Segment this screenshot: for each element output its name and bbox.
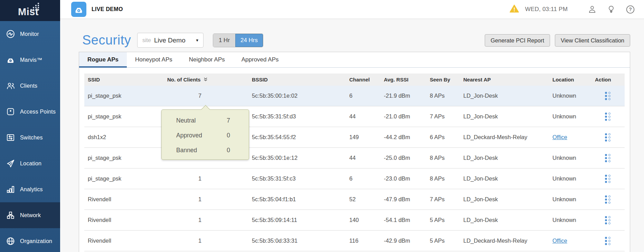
location-cell: Unknown bbox=[552, 217, 595, 223]
access-point-icon bbox=[71, 2, 86, 17]
site-selector[interactable]: site Live Demo ▾ bbox=[137, 33, 203, 48]
nearest-ap-cell: LD_Jon-Desk bbox=[463, 175, 552, 182]
column-header-ssid[interactable]: SSID bbox=[88, 77, 167, 83]
generate-pci-report-button[interactable]: Generate PCI Report bbox=[485, 34, 550, 47]
avg-rssi-cell: -21.0 dBm bbox=[384, 113, 430, 120]
nearest-ap-cell: LD_Deckard-Mesh-Relay bbox=[463, 238, 552, 244]
row-actions-button[interactable] bbox=[605, 175, 610, 183]
seen-by-cell: 7 APs bbox=[430, 113, 463, 120]
time-range-toggle: 1 Hr 24 Hrs bbox=[213, 34, 263, 47]
row-actions-button[interactable] bbox=[605, 133, 610, 142]
location-cell: Unknown bbox=[552, 175, 595, 182]
user-icon[interactable] bbox=[587, 4, 597, 14]
seen-by-cell: 8 APs bbox=[430, 155, 463, 161]
row-actions-button[interactable] bbox=[605, 113, 610, 121]
column-header-location[interactable]: Location bbox=[552, 77, 595, 83]
bssid-cell: 5c:5b:35:54:55:f2 bbox=[252, 134, 349, 140]
ssid-cell: pi_stage_psk bbox=[88, 93, 167, 99]
sidebar-item-monitor[interactable]: Monitor bbox=[0, 21, 60, 47]
ap-tabs: Rogue APsHoneypot APsNeighbor APsApprove… bbox=[79, 52, 630, 68]
help-icon[interactable]: ? bbox=[625, 4, 635, 14]
sidebar-item-label: Switches bbox=[20, 135, 43, 141]
location-link[interactable]: Office bbox=[552, 238, 567, 244]
tab-neighbor-aps[interactable]: Neighbor APs bbox=[181, 52, 233, 67]
location-cell: Office bbox=[552, 134, 595, 140]
row-actions-button[interactable] bbox=[605, 92, 610, 100]
chevron-down-icon: ▾ bbox=[196, 38, 198, 43]
location-cell: Unknown bbox=[552, 196, 595, 203]
table-row[interactable]: Rivendell15c:5b:35:04:f1:b152-47.9 dBm7 … bbox=[84, 189, 625, 210]
row-actions-button[interactable] bbox=[605, 237, 610, 245]
sidebar-item-location[interactable]: Location bbox=[0, 151, 60, 176]
ssid-cell: Rivendell bbox=[88, 217, 167, 223]
sidebar-nav: MonitorMarvis™ClientsAccess PointsSwitch… bbox=[0, 21, 60, 252]
sort-descending-icon bbox=[203, 76, 208, 83]
marvis-icon bbox=[5, 55, 16, 65]
location-cell: Unknown bbox=[552, 155, 595, 161]
tooltip-row: Neutral7 bbox=[162, 113, 249, 128]
sidebar: Mist MonitorMarvis™ClientsAccess PointsS… bbox=[0, 0, 60, 252]
nearest-ap-cell: LD_Jon-Desk bbox=[463, 155, 552, 161]
tab-honeypot-aps[interactable]: Honeypot APs bbox=[127, 52, 181, 67]
sidebar-item-label: Marvis™ bbox=[20, 57, 42, 63]
bssid-cell: 5c:5b:35:31:5f:d3 bbox=[252, 113, 349, 120]
column-header-nearest-ap[interactable]: Nearest AP bbox=[463, 77, 552, 83]
table-row[interactable]: Rivendell15c:5b:35:09:14:11140-54.1 dBm5… bbox=[84, 210, 625, 231]
mist-logo[interactable]: Mist bbox=[0, 0, 60, 21]
range-1hr-button[interactable]: 1 Hr bbox=[213, 34, 235, 47]
ssid-cell: pi_stage_psk bbox=[88, 175, 167, 182]
site-selector-prefix: site bbox=[142, 37, 151, 43]
site-selector-value: Live Demo bbox=[154, 37, 186, 44]
ssid-cell: Rivendell bbox=[88, 238, 167, 244]
ssid-cell: Rivendell bbox=[88, 196, 167, 203]
tab-approved-aps[interactable]: Approved APs bbox=[233, 52, 287, 67]
bssid-cell: 5c:5b:35:04:f1:b1 bbox=[252, 196, 349, 203]
app-root: Mist MonitorMarvis™ClientsAccess PointsS… bbox=[0, 0, 644, 252]
topbar-right: WED, 03:11 PM ? bbox=[510, 0, 635, 19]
nearest-ap-cell: LD_Jon-Desk bbox=[463, 93, 552, 99]
view-client-classification-button[interactable]: View Client Classification bbox=[555, 34, 630, 47]
column-header-avg-rssi[interactable]: Avg. RSSI bbox=[384, 77, 430, 83]
nearest-ap-cell: LD_Jon-Desk bbox=[463, 217, 552, 223]
tab-rogue-aps[interactable]: Rogue APs bbox=[79, 52, 127, 67]
table-row[interactable]: pi_stage_psk75c:5b:35:00:1e:026-21.9 dBm… bbox=[84, 86, 625, 106]
channel-cell: 116 bbox=[349, 238, 384, 244]
bssid-cell: 5c:5b:35:31:5f:c3 bbox=[252, 175, 349, 182]
tooltip-value: 0 bbox=[227, 147, 249, 154]
location-icon bbox=[5, 158, 16, 169]
bssid-cell: 5c:5b:35:09:14:11 bbox=[252, 217, 349, 223]
sidebar-item-clients[interactable]: Clients bbox=[0, 73, 60, 99]
sidebar-item-accesspoints[interactable]: Access Points bbox=[0, 99, 60, 125]
table-row[interactable]: pi_stage_psk15c:5b:35:31:5f:c36-23.0 dBm… bbox=[84, 168, 625, 189]
org-switcher[interactable]: LIVE DEMO bbox=[71, 2, 123, 17]
tooltip-label: Approved bbox=[162, 132, 202, 139]
avg-rssi-cell: -54.1 dBm bbox=[384, 217, 430, 223]
sidebar-item-organization[interactable]: Organization bbox=[0, 228, 60, 252]
row-actions-button[interactable] bbox=[605, 154, 610, 162]
row-actions-button[interactable] bbox=[605, 216, 610, 224]
channel-cell: 44 bbox=[349, 113, 384, 120]
clock-time: WED, 03:11 PM bbox=[525, 6, 568, 13]
column-header-bssid[interactable]: BSSID bbox=[252, 77, 349, 83]
organization-icon bbox=[5, 236, 16, 246]
avg-rssi-cell: -21.9 dBm bbox=[384, 93, 430, 99]
clients-breakdown-tooltip: Neutral7Approved0Banned0 bbox=[161, 109, 249, 160]
table-row[interactable]: Rivendell15c:5b:35:0d:33:31116-42.9 dBm5… bbox=[84, 231, 625, 251]
avg-rssi-cell: -42.9 dBm bbox=[384, 238, 430, 244]
row-actions-button[interactable] bbox=[605, 195, 610, 204]
column-header-channel[interactable]: Channel bbox=[349, 77, 384, 83]
range-24hrs-button[interactable]: 24 Hrs bbox=[235, 34, 263, 47]
location-link[interactable]: Office bbox=[552, 134, 567, 140]
sidebar-item-network[interactable]: Network bbox=[0, 202, 60, 228]
lightbulb-icon[interactable] bbox=[606, 4, 616, 14]
sidebar-item-switches[interactable]: Switches bbox=[0, 125, 60, 151]
column-header-no-of-clients[interactable]: No. of Clients bbox=[167, 76, 252, 83]
access-points-icon bbox=[5, 107, 16, 117]
header-actions: Generate PCI Report View Client Classifi… bbox=[485, 34, 630, 47]
clients-count-cell: 1 bbox=[167, 175, 252, 182]
sidebar-item-marvis[interactable]: Marvis™ bbox=[0, 47, 60, 73]
warning-triangle-icon[interactable] bbox=[510, 4, 519, 14]
column-header-seen-by[interactable]: Seen By bbox=[430, 77, 463, 83]
column-header-action[interactable]: Action bbox=[595, 77, 625, 83]
sidebar-item-analytics[interactable]: Analytics bbox=[0, 176, 60, 202]
